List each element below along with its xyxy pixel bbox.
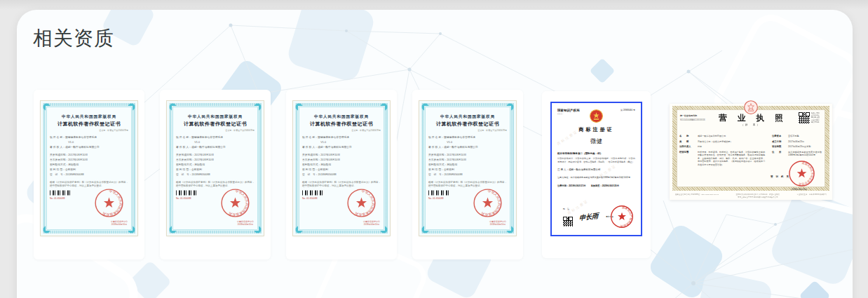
registration-details: 开发完成日期：2017年08月10日 首次发表日期：2017年08月10日 权利… (302, 152, 381, 177)
certificate-number: 证书号：软著登字第2345678号 (176, 129, 255, 133)
certificate-title: 计算机软件著作权登记证书 (302, 121, 381, 128)
certificate-number: 证书号：软著登字第2345678号 (428, 129, 507, 133)
registration-statement: 根据《计算机软件保护条例》和《计算机软件著作权登记办法》的规定，经中国版权保护中… (302, 180, 381, 188)
issuing-authority: 中华人民共和国国家版权局 (302, 114, 381, 119)
section-title: 相关资质 (33, 25, 114, 52)
official-seal-icon: 国家知识产权局商标局 (610, 205, 634, 229)
svg-text:中华人民共和国国家版权局: 中华人民共和国国家版权局 (480, 189, 501, 216)
seal-caption: 中国版权保护中心 2018年04月10日 (237, 220, 254, 226)
copyright-certificate-card[interactable]: 中华人民共和国国家版权局 计算机软件著作权登记证书 证书号：软著登字第23456… (34, 90, 144, 259)
copyright-certificate-image: 中华人民共和国国家版权局 计算机软件著作权登记证书 证书号：软著登字第23456… (293, 101, 390, 236)
trademark-certificate-image: 商标注册证 商标注册证 商标注册证 国家知识产权局 CNIPA 第 289884… (550, 102, 642, 236)
copyright-certificate-image: 中华人民共和国国家版权局 计算机软件著作权登记证书 证书号：软著登字第23456… (167, 101, 264, 236)
certificate-title: 商标注册证 (557, 126, 635, 133)
footer-center: 登记机关以外的其他单位和个人不得扣押、收缴营业执照 市场主体应当于每年规定期限内… (736, 194, 780, 198)
registrar-label: 登 记 机 关 (771, 175, 789, 178)
qr-code (799, 112, 810, 123)
license-left-fields: 名 称成都一颗牛油果科技有限公司 类 型有限责任公司（自然人投资或控股） 法定代… (679, 135, 765, 168)
goods-heading: 核定使用商品/服务项目（国际分类：42） (557, 152, 635, 156)
official-seal-icon: 中华人民共和国国家版权局 (94, 188, 124, 218)
issuing-authority: 中华人民共和国国家版权局 (176, 114, 255, 119)
barcode (428, 191, 450, 196)
qualifications-section-card: 相关资质 中华人民共和国国家版权局 计算机软件著作权登记证书 证书号：软著登字第… (17, 10, 853, 298)
registration-details: 开发完成日期：2017年08月10日 首次发表日期：2017年08月10日 权利… (50, 152, 128, 177)
software-info: 软 件 名 称：微键健康服务信息管理系统 V1.0 著 作 权 人：成都一颗牛油… (50, 135, 128, 149)
footer-right: 营业执照正本、副本具有同等法律效力 (797, 194, 827, 198)
copyright-certificate-image: 中华人民共和国国家版权局 计算机软件著作权登记证书 证书号：软著登字第23456… (41, 101, 137, 236)
certificate-title: 计算机软件著作权登记证书 (50, 121, 128, 128)
copyright-certificate-card[interactable]: 中华人民共和国国家版权局 计算机软件著作权登记证书 证书号：软著登字第23456… (412, 90, 523, 259)
official-seal-icon: 中华人民共和国国家版权局 (346, 188, 377, 218)
trademark-certificate-card[interactable]: 商标注册证 商标注册证 商标注册证 国家知识产权局 CNIPA 第 289884… (542, 91, 651, 258)
copyright-certificate-card[interactable]: 中华人民共和国国家版权局 计算机软件著作权登记证书 证书号：软著登字第23456… (286, 90, 397, 259)
copyright-certificate-image: 中华人民共和国国家版权局 计算机软件著作权登记证书 证书号：软著登字第23456… (419, 101, 516, 236)
registration-details: 开发完成日期：2017年08月10日 首次发表日期：2017年08月10日 权利… (428, 152, 507, 177)
copyright-certificate-card[interactable]: 中华人民共和国国家版权局 计算机软件著作权登记证书 证书号：软著登字第23456… (160, 90, 271, 259)
software-info: 软 件 名 称：微键健康服务信息管理系统 V1.0 著 作 权 人：成都一颗牛油… (428, 135, 507, 149)
issuer-logo: 国家知识产权局 CNIPA (557, 108, 580, 114)
certificate-title: 计算机软件著作权登记证书 (176, 121, 255, 128)
seal-caption: 中国版权保护中心 2018年04月10日 (489, 220, 506, 226)
seal-caption: 中国版权保护中心 2018年04月10日 (363, 220, 380, 226)
registration-statement: 根据《计算机软件保护条例》和《计算机软件著作权登记办法》的规定，经中国版权保护中… (176, 180, 255, 188)
registrant: 注 册 人：成都一颗牛油果科技有限公司 (557, 168, 635, 171)
registration-details: 开发完成日期：2017年08月10日 首次发表日期：2017年08月10日 权利… (176, 152, 255, 177)
software-info: 软 件 名 称：微键健康服务信息管理系统 V1.0 著 作 权 人：成都一颗牛油… (302, 135, 381, 149)
trademark-number: 第 28988466 号 (621, 109, 635, 112)
seal-caption: 中国版权保护中心 2018年04月10日 (111, 220, 128, 226)
official-seal-icon: 中华人民共和国国家版权局 (220, 188, 250, 218)
business-license[interactable]: 统一社会信用代码 91510100MA6CXXXXXX 营 业 执 照 （副 本… (670, 104, 832, 200)
barcode (302, 191, 324, 196)
svg-text:中华人民共和国国家版权局: 中华人民共和国国家版权局 (102, 189, 123, 216)
trademark-name: 微健 (557, 137, 635, 145)
svg-text:中华人民共和国国家版权局: 中华人民共和国国家版权局 (228, 189, 249, 216)
certificate-number: 证书号：软著登字第2345678号 (50, 129, 128, 133)
license-right-fields: 注册资本壹佰万元整 成立日期2017年06月23日 营业期限2017年06月23… (772, 135, 822, 158)
certificate-title: 计算机软件著作权登记证书 (428, 121, 507, 128)
license-footer-notes: 国家企业信用信息公示系统网址：http://www.gsxt.gov.cn 登记… (675, 194, 827, 198)
registration-dates: 注册日期：2018年06月21日 有效期至：2028年06月20日 (557, 184, 635, 187)
certificate-number: 证书号：软著登字第2345678号 (302, 129, 381, 133)
footer-left: 国家企业信用信息公示系统网址：http://www.gsxt.gov.cn (675, 194, 719, 198)
software-info: 软 件 名 称：微键健康服务信息管理系统 V1.0 著 作 权 人：成都一颗牛油… (176, 135, 255, 149)
official-seal-icon: 成都高新区市场监督管理局 (788, 160, 815, 187)
qr-code-block: 扫描二维码 查询登记注 册信息 全国 企业信用信 息公示系统 (799, 112, 824, 123)
barcode (176, 191, 198, 196)
registration-statement: 根据《计算机软件保护条例》和《计算机软件著作权登记办法》的规定，经中国版权保护中… (50, 180, 128, 188)
qr-code (563, 217, 573, 226)
svg-text:中华人民共和国国家版权局: 中华人民共和国国家版权局 (354, 189, 375, 216)
registration-statement: 根据《计算机软件保护条例》和《计算机软件著作权登记办法》的规定，经中国版权保护中… (428, 180, 507, 188)
issuing-authority: 中华人民共和国国家版权局 (428, 114, 507, 119)
qr-caption: 扫描二维码 查询登记注 册信息 全国 企业信用信 息公示系统 (811, 112, 824, 123)
official-seal-icon: 中华人民共和国国家版权局 (473, 188, 503, 218)
registrant-address: 注册人地址：四川省成都市高新区天府大道中段1388号1栋2单元10楼1001号 (557, 175, 635, 179)
issue-date: 2018年04月20日 (792, 188, 807, 191)
note-label: 附 注 (563, 208, 569, 211)
goods-list: 计算机软件设计；计算机软件更新；计算机软件维护；计算机系统分析；计算机系统设计；… (557, 156, 635, 163)
director-signature: 申长雨 (579, 211, 598, 222)
national-emblem-icon (589, 108, 604, 123)
barcode (50, 191, 72, 196)
issuing-authority: 中华人民共和国国家版权局 (50, 114, 128, 119)
